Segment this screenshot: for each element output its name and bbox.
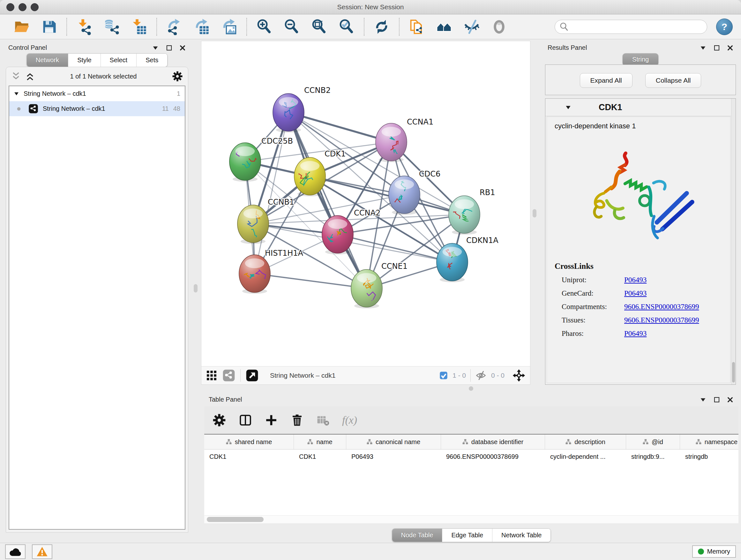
node-entry-header[interactable]: CDK1: [545, 99, 736, 116]
zoom-out-button[interactable]: [283, 18, 300, 36]
delete-column-icon[interactable]: [290, 414, 304, 427]
open-session-button[interactable]: [13, 18, 30, 36]
collapse-panel-icon[interactable]: [152, 44, 159, 51]
control-panel: Control Panel NetworkStyleSelectSets 1 o…: [3, 41, 191, 533]
close-panel-icon[interactable]: [727, 45, 733, 51]
zoom-selected-button[interactable]: [338, 18, 355, 36]
collapse-panel-icon[interactable]: [699, 44, 706, 51]
gear-icon[interactable]: [172, 71, 183, 82]
column-header-shared-name[interactable]: shared name: [204, 435, 294, 449]
entry-expander-icon[interactable]: [565, 105, 571, 111]
collapse-all-button[interactable]: Collapse All: [645, 73, 701, 88]
close-window-button[interactable]: [6, 3, 14, 11]
grid-view-icon[interactable]: [206, 370, 217, 381]
crosslink-link[interactable]: P06493: [624, 329, 647, 337]
crosslink-link[interactable]: 9606.ENSP00000378699: [624, 303, 699, 311]
minimize-window-button[interactable]: [18, 3, 26, 11]
horizontal-splitter[interactable]: [201, 385, 741, 393]
save-session-icon: [41, 18, 57, 35]
columns-icon[interactable]: [239, 414, 252, 427]
node-label-CDC25B: CDC25B: [261, 137, 293, 145]
export-table-icon: [193, 18, 210, 35]
import-network-button[interactable]: [75, 18, 93, 36]
float-panel-icon[interactable]: [714, 45, 720, 51]
tab-edge-table[interactable]: Edge Table: [442, 529, 492, 542]
save-session-button[interactable]: [40, 18, 58, 36]
pan-move-icon[interactable]: [512, 369, 526, 382]
zoom-fit-button[interactable]: [310, 18, 328, 36]
tree-expander-icon[interactable]: [14, 91, 19, 97]
vertical-splitter-handle-left[interactable]: [194, 284, 198, 293]
export-image-button[interactable]: [220, 18, 238, 36]
crosslink-link[interactable]: P06493: [624, 276, 647, 284]
column-header-namespace[interactable]: namespace: [680, 435, 738, 449]
network-node-RB1[interactable]: RB1: [449, 188, 495, 235]
results-scrollbar[interactable]: [731, 99, 736, 384]
table-horizontal-scrollbar[interactable]: [204, 515, 738, 523]
warnings-button[interactable]: [32, 544, 52, 559]
homes-button[interactable]: [435, 18, 453, 36]
crosslink-link[interactable]: 9606.ENSP00000378699: [624, 316, 699, 324]
export-network-button[interactable]: [165, 18, 183, 36]
edge-HIST1H1A-CCNE1[interactable]: [255, 273, 367, 288]
memory-button[interactable]: Memory: [692, 545, 736, 558]
network-node-CCNE1[interactable]: CCNE1: [351, 262, 408, 308]
refresh-button[interactable]: [373, 18, 391, 36]
gear-icon[interactable]: [212, 414, 226, 427]
hide-graphics-button[interactable]: [463, 18, 481, 36]
network-node-CCNB1[interactable]: CCNB1: [238, 198, 294, 244]
selected-checkbox-icon[interactable]: [439, 371, 448, 380]
tab-select[interactable]: Select: [100, 54, 137, 67]
search-input[interactable]: [555, 20, 707, 34]
edge-CCNB2-CCNE1[interactable]: [288, 112, 367, 288]
crosslink-link[interactable]: P06493: [624, 289, 647, 297]
hidden-eye-slash-icon[interactable]: [475, 370, 487, 381]
export-table-button[interactable]: [193, 18, 211, 36]
zoom-window-button[interactable]: [30, 3, 39, 11]
clone-network-button[interactable]: [408, 18, 426, 36]
zoom-in-button[interactable]: [255, 18, 273, 36]
network-row[interactable]: String Network – cdk1 11 48: [9, 101, 185, 116]
table-panel-title: Table Panel: [209, 396, 242, 403]
expand-all-tree-icon[interactable]: [11, 71, 21, 81]
tab-style[interactable]: Style: [68, 54, 100, 67]
toolbar-group: [364, 18, 399, 36]
show-graphics-button[interactable]: [490, 18, 508, 36]
tab-network[interactable]: Network: [27, 54, 68, 67]
hierarchy-icon: [696, 439, 701, 445]
tab-string[interactable]: String: [623, 53, 658, 66]
network-overview-icon[interactable]: [222, 369, 235, 382]
network-collection-row[interactable]: String Network – cdk1 1: [9, 86, 185, 101]
scrollbar-thumb[interactable]: [207, 517, 264, 522]
float-panel-icon[interactable]: [166, 45, 172, 51]
tab-sets[interactable]: Sets: [136, 54, 167, 67]
cloud-button[interactable]: [5, 544, 25, 559]
column-header-database-identifier[interactable]: database identifier: [441, 435, 545, 449]
add-column-icon[interactable]: [265, 414, 278, 427]
import-database-button[interactable]: [103, 18, 121, 36]
network-canvas[interactable]: CCNB2 CCNA1 CDC25B CDK1 CDC6: [201, 41, 530, 367]
network-node-CCNB2[interactable]: CCNB2: [273, 86, 331, 132]
column-header--id[interactable]: @id: [626, 435, 680, 449]
collapse-panel-icon[interactable]: [699, 396, 706, 403]
close-panel-icon[interactable]: [179, 45, 186, 51]
import-table-button[interactable]: [130, 18, 148, 36]
detach-view-icon[interactable]: [246, 369, 259, 382]
tab-node-table[interactable]: Node Table: [392, 529, 442, 542]
column-header-name[interactable]: name: [294, 435, 346, 449]
toolbar-group: [247, 18, 364, 36]
vertical-splitter-handle-right[interactable]: [533, 209, 536, 217]
network-node-CDKN1A[interactable]: CDKN1A: [436, 236, 498, 282]
crosslink-label: Tissues:: [562, 316, 624, 324]
float-panel-icon[interactable]: [714, 396, 720, 403]
network-node-HIST1H1A[interactable]: HIST1H1A: [239, 249, 304, 294]
column-header-canonical-name[interactable]: canonical name: [346, 435, 441, 449]
hierarchy-icon: [226, 439, 232, 445]
column-header-description[interactable]: description: [545, 435, 626, 449]
close-panel-icon[interactable]: [727, 396, 733, 403]
expand-all-button[interactable]: Expand All: [580, 73, 632, 88]
tab-network-table[interactable]: Network Table: [492, 529, 550, 542]
collapse-all-tree-icon[interactable]: [25, 71, 35, 81]
table-row[interactable]: CDK1CDK1P064939606.ENSP00000378699cyclin…: [204, 449, 738, 463]
help-button[interactable]: ?: [716, 18, 733, 35]
